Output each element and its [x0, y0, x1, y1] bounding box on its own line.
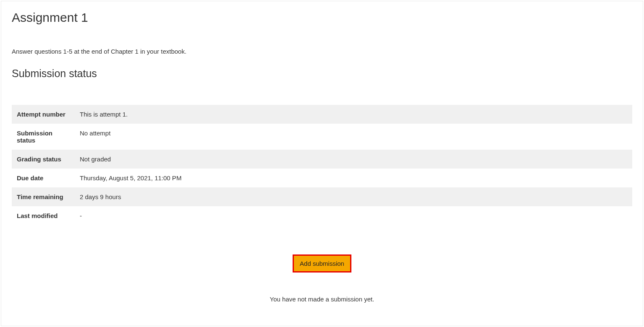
row-value-grading-status: Not graded [75, 150, 632, 169]
row-label-grading-status: Grading status [12, 150, 75, 169]
add-submission-button[interactable]: Add submission [293, 254, 351, 272]
table-row: Attempt number This is attempt 1. [12, 105, 632, 124]
row-value-due-date: Thursday, August 5, 2021, 11:00 PM [75, 169, 632, 187]
row-value-last-modified: - [75, 206, 632, 225]
button-container: Add submission [12, 254, 632, 272]
row-label-submission-status: Submission status [12, 124, 75, 150]
section-heading: Submission status [12, 67, 632, 80]
assignment-page: Assignment 1 Answer questions 1-5 at the… [1, 1, 643, 326]
table-row: Time remaining 2 days 9 hours [12, 187, 632, 206]
submission-status-table: Attempt number This is attempt 1. Submis… [12, 105, 632, 225]
table-row: Grading status Not graded [12, 150, 632, 169]
no-submission-message: You have not made a submission yet. [12, 296, 632, 303]
row-value-time-remaining: 2 days 9 hours [75, 187, 632, 206]
row-label-last-modified: Last modified [12, 206, 75, 225]
row-label-due-date: Due date [12, 169, 75, 187]
row-value-submission-status: No attempt [75, 124, 632, 150]
table-row: Due date Thursday, August 5, 2021, 11:00… [12, 169, 632, 187]
table-row: Last modified - [12, 206, 632, 225]
row-value-attempt-number: This is attempt 1. [75, 105, 632, 124]
table-row: Submission status No attempt [12, 124, 632, 150]
row-label-time-remaining: Time remaining [12, 187, 75, 206]
assignment-description: Answer questions 1-5 at the end of Chapt… [12, 48, 632, 55]
row-label-attempt-number: Attempt number [12, 105, 75, 124]
page-title: Assignment 1 [12, 10, 632, 25]
